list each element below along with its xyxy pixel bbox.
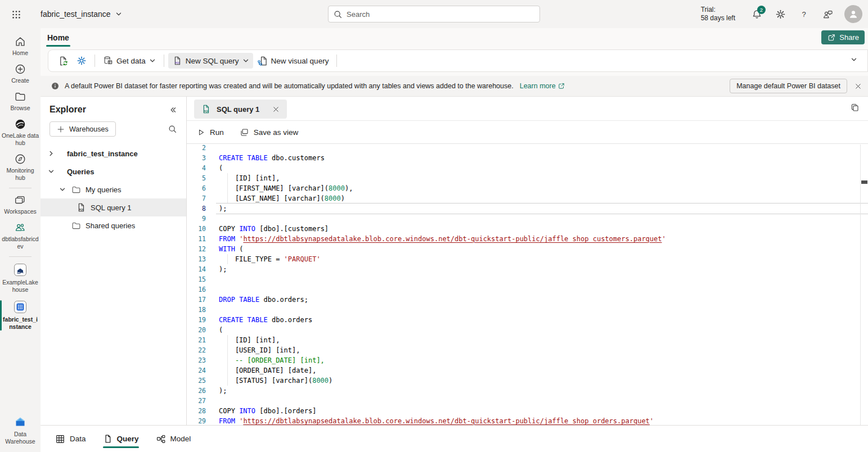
code-line-9[interactable]: 9 (187, 214, 860, 224)
code-line-4[interactable]: 4( (187, 163, 860, 173)
code-line-8[interactable]: 8); (187, 204, 860, 214)
settings-button[interactable] (770, 4, 790, 24)
code-text: ); (219, 204, 227, 214)
svg-text:SQL: SQL (204, 110, 209, 112)
run-button[interactable]: Run (197, 128, 224, 137)
warehouse-settings-button[interactable] (73, 53, 91, 69)
workspace-title-menu[interactable]: fabric_test_instance (41, 0, 122, 28)
view-tab-model[interactable]: Model (156, 426, 191, 452)
feedback-button[interactable] (817, 4, 838, 24)
code-line-22[interactable]: 22 [USER_ID] [int], (187, 345, 860, 355)
tree-item-shared-queries[interactable]: Shared queries (41, 216, 186, 234)
question-icon: ? (799, 9, 809, 19)
warehouses-label: Warehouses (69, 125, 109, 133)
code-line-25[interactable]: 25 [STATUS] [varchar](8000) (187, 376, 860, 386)
code-text: FILE_TYPE = 'PARQUET' (219, 254, 321, 264)
tree-item-queries[interactable]: Queries (41, 162, 186, 180)
code-text: ( (219, 325, 223, 335)
query-tab[interactable]: SQL SQL query 1 (194, 100, 287, 119)
editor-scrollbar[interactable] (860, 144, 868, 425)
folder-icon (71, 185, 81, 195)
divider (164, 55, 164, 67)
code-line-11[interactable]: 11FROM 'https://dbtlabsynapsedatalake.bl… (187, 234, 860, 244)
code-line-23[interactable]: 23 -- [ORDER_DATE] [int], (187, 355, 860, 365)
code-line-26[interactable]: 26); (187, 386, 860, 396)
scrollbar-cursor-marker[interactable] (861, 180, 867, 184)
rail-item-fabric-test-instance[interactable]: fabric_test_instance (0, 297, 41, 334)
collapse-panel-icon[interactable] (169, 106, 177, 114)
sql-code-editor[interactable]: 23CREATE TABLE dbo.customers4(5 [ID] [in… (187, 144, 868, 425)
code-line-28[interactable]: 28COPY INTO [dbo].[orders] (187, 406, 860, 416)
code-line-18[interactable]: 18 (187, 305, 860, 315)
chevron-right-icon[interactable] (48, 150, 67, 157)
rail-item-workspaces[interactable]: Workspaces (0, 191, 41, 219)
line-number: 7 (187, 193, 206, 204)
search-input[interactable] (347, 10, 535, 19)
explorer-search-icon[interactable] (168, 124, 177, 134)
code-line-29[interactable]: 29FROM 'https://dbtlabsynapsedatalake.bl… (187, 416, 860, 425)
tree-item-sql-query-1[interactable]: SQLSQL query 1 (41, 198, 186, 216)
gear-icon (775, 9, 786, 20)
code-line-20[interactable]: 20( (187, 325, 860, 335)
code-line-6[interactable]: 6 [FIRST_NAME] [varchar](8000), (187, 183, 860, 193)
code-line-15[interactable]: 15 (187, 274, 860, 284)
divider (336, 55, 337, 67)
save-view-icon (240, 128, 249, 137)
rail-item-create[interactable]: Create (0, 60, 41, 88)
line-number: 25 (187, 376, 206, 386)
share-button[interactable]: Share (821, 30, 865, 44)
code-line-5[interactable]: 5 [ID] [int], (187, 173, 860, 183)
waffle-icon (11, 10, 21, 20)
app-launcher-button[interactable] (9, 7, 24, 22)
home-icon (14, 35, 26, 48)
code-text: ( (219, 163, 223, 173)
new-sql-query-button[interactable]: SQL New SQL query (168, 53, 253, 69)
learn-more-link[interactable]: Learn more (520, 82, 565, 90)
rail-item-examplelakehouse[interactable]: ExampleLakehouse (0, 260, 41, 297)
rail-item-onelake-data-hub[interactable]: OneLake data hub (0, 115, 41, 150)
save-as-view-button[interactable]: Save as view (240, 128, 299, 137)
code-line-14[interactable]: 14); (187, 264, 860, 274)
code-line-12[interactable]: 12WITH ( (187, 244, 860, 254)
refresh-data-button[interactable] (54, 53, 73, 69)
code-line-3[interactable]: 3CREATE TABLE dbo.customers (187, 153, 860, 163)
code-line-17[interactable]: 17DROP TABLE dbo.orders; (187, 295, 860, 305)
code-line-16[interactable]: 16 (187, 284, 860, 295)
help-button[interactable]: ? (794, 4, 814, 24)
add-warehouses-button[interactable]: Warehouses (50, 121, 116, 137)
code-line-27[interactable]: 27 (187, 396, 860, 406)
code-line-13[interactable]: 13 FILE_TYPE = 'PARQUET' (187, 254, 860, 264)
code-line-7[interactable]: 7 [LAST_NAME] [varchar](8000) (187, 193, 860, 204)
chevron-down-icon[interactable] (48, 168, 67, 175)
code-line-21[interactable]: 21 [ID] [int], (187, 335, 860, 345)
copy-icon[interactable] (850, 103, 860, 112)
rail-item-data-warehouse[interactable]: Data Warehouse (0, 413, 41, 449)
account-avatar[interactable] (844, 5, 862, 23)
banner-close-icon[interactable] (854, 82, 862, 91)
view-tab-data[interactable]: Data (55, 426, 86, 452)
query-doc-icon (103, 434, 113, 444)
new-visual-query-button[interactable]: New visual query (253, 53, 333, 69)
view-tab-query[interactable]: Query (103, 426, 139, 452)
rail-item-home[interactable]: Home (0, 33, 41, 60)
tab-close-icon[interactable] (272, 105, 280, 114)
notifications-button[interactable]: 2 (746, 4, 767, 24)
manage-default-dataset-button[interactable]: Manage default Power BI dataset (730, 79, 847, 93)
code-line-24[interactable]: 24 [ORDER_DATE] [date], (187, 365, 860, 376)
rail-item-browse[interactable]: Browse (0, 88, 41, 115)
tree-item-label: Queries (67, 168, 94, 176)
ribbon-collapse-chevron[interactable] (851, 56, 857, 63)
get-data-button[interactable]: Get data (99, 53, 160, 69)
chevron-down-icon[interactable] (59, 186, 71, 193)
rail-divider (9, 256, 32, 257)
tree-item-fabric-test-instance[interactable]: fabric_test_instance (41, 144, 186, 162)
code-line-2[interactable]: 2 (187, 144, 860, 153)
code-line-10[interactable]: 10COPY INTO [dbo].[customers] (187, 224, 860, 234)
rail-item-monitoring-hub[interactable]: Monitoring hub (0, 150, 41, 185)
dw-house-icon (14, 415, 27, 429)
tab-home[interactable]: Home (46, 28, 70, 47)
notification-badge: 2 (757, 6, 766, 14)
rail-item-dbtlabsfabricdev[interactable]: dbtlabsfabricdev (0, 219, 41, 254)
code-line-19[interactable]: 19CREATE TABLE dbo.orders (187, 315, 860, 325)
tree-item-my-queries[interactable]: My queries (41, 180, 186, 198)
